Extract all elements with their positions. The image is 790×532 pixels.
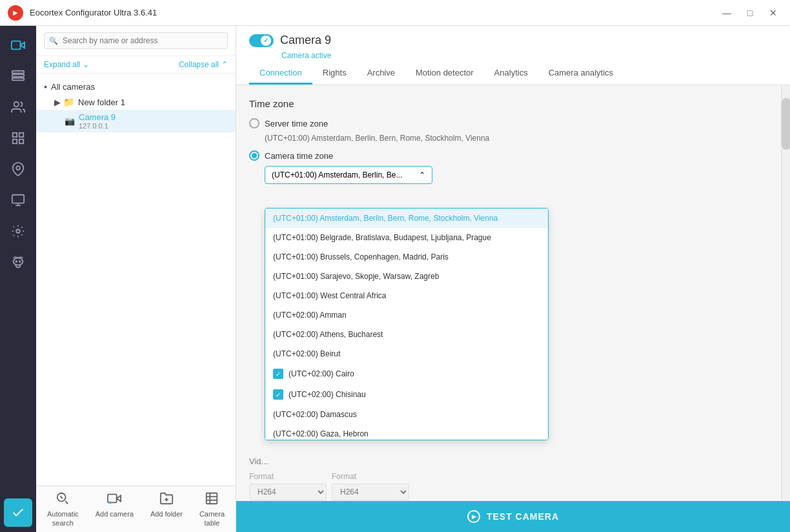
test-camera-label: TEST CAMERA [487, 511, 559, 522]
expand-chevron-icon: ⌄ [83, 60, 89, 69]
timezone-option-8[interactable]: (UTC+02:00) Beirut [265, 344, 548, 363]
toggle-bg: ✓ [249, 34, 274, 47]
sidebar-search-area [36, 26, 236, 56]
svg-rect-10 [12, 195, 24, 203]
timezone-option-3-label: (UTC+01:00) Brussels, Copenhagen, Madrid… [273, 252, 449, 261]
nav-servers[interactable] [4, 62, 32, 90]
timezone-option-9[interactable]: (UTC+02:00) Cairo [265, 363, 548, 384]
timezone-option-1[interactable]: (UTC+01:00) Amsterdam, Berlin, Bern, Rom… [265, 209, 548, 228]
svg-point-15 [15, 261, 17, 262]
content-area: ✓ Camera 9 Camera active Connection Righ… [236, 26, 790, 532]
main-layout: Expand all ⌄ Collapse all ⌃ ▪ All camera… [0, 26, 790, 532]
svg-rect-23 [207, 493, 218, 504]
format-dropdown-2[interactable]: H264 [332, 484, 409, 500]
timezone-option-7-label: (UTC+02:00) Athens, Bucharest [273, 330, 383, 339]
timezone-option-12[interactable]: (UTC+02:00) Gaza, Hebron [265, 424, 548, 440]
camera-timezone-radio[interactable] [249, 150, 259, 161]
toggle-check-icon: ✓ [263, 37, 268, 44]
tab-bar: Connection Rights Archive Motion detecto… [249, 63, 777, 85]
format-group-2: Format H264 [332, 472, 409, 500]
vid-label: Vid... [249, 455, 268, 467]
tab-archive[interactable]: Archive [357, 63, 405, 85]
camera-timezone-option[interactable]: Camera time zone [249, 150, 777, 161]
timezone-title: Time zone [249, 98, 777, 109]
nav-camera[interactable] [4, 31, 32, 59]
timezone-option-1-label: (UTC+01:00) Amsterdam, Berlin, Bern, Rom… [273, 214, 498, 223]
root-label: All cameras [51, 82, 95, 92]
tab-rights[interactable]: Rights [312, 63, 357, 85]
auto-search-button[interactable]: Automatic search [47, 491, 79, 527]
app-logo [8, 5, 23, 21]
nav-ai[interactable] [4, 248, 32, 276]
timezone-dropdown-trigger[interactable]: (UTC+01:00) Amsterdam, Berlin, Be... ⌃ [265, 166, 432, 184]
test-camera-bar[interactable]: TEST CAMERA [236, 501, 790, 532]
add-camera-button[interactable]: Add camera [96, 491, 134, 527]
tree-camera[interactable]: 📷 Camera 9 127.0.0.1 [36, 110, 236, 132]
tab-analytics[interactable]: Analytics [484, 63, 538, 85]
timezone-option-4[interactable]: (UTC+01:00) Sarajevo, Skopje, Warsaw, Za… [265, 267, 548, 286]
server-timezone-option[interactable]: Server time zone [249, 118, 777, 128]
nav-users[interactable] [4, 93, 32, 121]
add-camera-label: Add camera [96, 510, 134, 518]
timezone-dropdown-list[interactable]: (UTC+01:00) Amsterdam, Berlin, Bern, Rom… [265, 208, 549, 440]
tree-folder[interactable]: ▶ 📁 New folder 1 [36, 94, 236, 110]
timezone-option-2[interactable]: (UTC+01:00) Belgrade, Bratislava, Budape… [265, 228, 548, 247]
svg-rect-1 [12, 71, 24, 74]
add-folder-icon [159, 491, 174, 509]
timezone-option-10[interactable]: (UTC+02:00) Chisinau [265, 384, 548, 405]
tab-camera-analytics[interactable]: Camera analytics [538, 63, 623, 85]
timezone-option-7[interactable]: (UTC+02:00) Athens, Bucharest [265, 325, 548, 344]
expand-all-button[interactable]: Expand all ⌄ [44, 60, 89, 69]
close-button[interactable]: ✕ [764, 4, 782, 22]
timezone-option-6-label: (UTC+02:00) Amman [273, 311, 347, 320]
camera-tree-info: Camera 9 127.0.0.1 [79, 112, 116, 130]
format-dropdown-1[interactable]: H264 [249, 484, 327, 500]
timezone-selected-value: (UTC+01:00) Amsterdam, Berlin, Be... [272, 170, 402, 179]
minimize-button[interactable]: — [718, 4, 736, 22]
nav-settings[interactable] [4, 498, 32, 527]
timezone-option-9-checkbox[interactable] [273, 369, 283, 379]
tab-connection[interactable]: Connection [249, 63, 312, 85]
camera-tree-icon: 📷 [65, 116, 75, 126]
svg-point-14 [14, 258, 23, 265]
collapse-all-button[interactable]: Collapse all ⌃ [179, 60, 228, 69]
svg-rect-2 [12, 74, 24, 77]
timezone-option-10-checkbox[interactable] [273, 389, 283, 400]
timezone-option-3[interactable]: (UTC+01:00) Brussels, Copenhagen, Madrid… [265, 247, 548, 267]
timezone-dropdown-chevron-icon: ⌃ [419, 170, 425, 179]
timezone-option-8-label: (UTC+02:00) Beirut [273, 349, 340, 358]
nav-plugin[interactable] [4, 217, 32, 245]
scrollbar-track[interactable] [781, 85, 790, 501]
svg-rect-3 [12, 78, 24, 81]
collapse-all-label: Collapse all [179, 60, 219, 69]
nav-display[interactable] [4, 186, 32, 214]
window-controls: — □ ✕ [718, 4, 782, 22]
timezone-option-5[interactable]: (UTC+01:00) West Central Africa [265, 286, 548, 305]
add-camera-icon [107, 491, 121, 509]
tree-root[interactable]: ▪ All cameras [36, 79, 236, 94]
add-folder-button[interactable]: Add folder [150, 491, 183, 527]
server-timezone-radio[interactable] [249, 118, 259, 128]
camera-table-label: Camera [199, 510, 225, 518]
auto-search-label2: search [52, 519, 74, 527]
server-timezone-label: Server time zone [265, 119, 328, 128]
add-folder-label: Add folder [150, 510, 183, 518]
tab-motion-detector[interactable]: Motion detector [405, 63, 484, 85]
svg-point-9 [16, 166, 20, 170]
camera-table-button[interactable]: Camera table [199, 491, 225, 527]
scrollbar-thumb[interactable] [782, 98, 790, 150]
search-input[interactable] [44, 32, 228, 49]
timezone-option-11[interactable]: (UTC+02:00) Damascus [265, 405, 548, 424]
maximize-button[interactable]: □ [741, 4, 759, 22]
auto-search-icon [56, 491, 70, 509]
timezone-option-6[interactable]: (UTC+02:00) Amman [265, 305, 548, 325]
app-title: Eocortex Configurator Ultra 3.6.41 [30, 8, 718, 17]
svg-rect-18 [108, 495, 117, 503]
nav-map[interactable] [4, 155, 32, 183]
nav-layout[interactable] [4, 124, 32, 152]
format-select-1: H264 [249, 484, 327, 500]
camera-toggle[interactable]: ✓ [249, 34, 274, 47]
format-label-1: Format [249, 472, 327, 481]
content-header: ✓ Camera 9 Camera active Connection Righ… [236, 26, 790, 85]
svg-point-4 [14, 102, 19, 107]
